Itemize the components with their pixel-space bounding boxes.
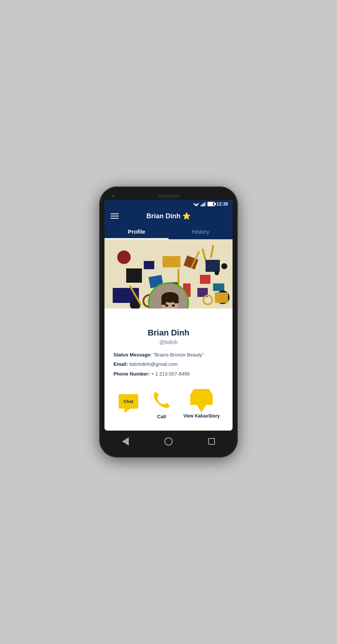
phone-device: 12:30 Brian Dinh ⭐ Profile History bbox=[99, 186, 238, 458]
svg-text:Chat: Chat bbox=[124, 399, 133, 404]
svg-point-41 bbox=[165, 304, 168, 307]
battery-icon bbox=[207, 202, 215, 206]
svg-rect-9 bbox=[126, 268, 142, 283]
status-value: "Brains Bronze Beauty" bbox=[153, 352, 204, 358]
phone-screen: 12:30 Brian Dinh ⭐ Profile History bbox=[104, 200, 233, 431]
app-bar: Brian Dinh ⭐ bbox=[104, 208, 233, 224]
profile-name: Brian Dinh bbox=[104, 328, 233, 338]
nav-bar bbox=[104, 432, 233, 451]
email-label: Email: bbox=[113, 361, 128, 367]
email-row: Email: bdinhdinh@gmail.com bbox=[113, 361, 224, 368]
tab-bar: Profile History bbox=[104, 224, 233, 239]
front-camera bbox=[112, 195, 115, 198]
kakaostory-label: View KakaoStory bbox=[183, 413, 220, 419]
svg-rect-16 bbox=[163, 256, 180, 267]
svg-rect-23 bbox=[206, 260, 220, 272]
svg-point-8 bbox=[117, 250, 131, 264]
email-value: bdinhdinh@gmail.com bbox=[130, 361, 178, 367]
signal-icon bbox=[201, 202, 206, 206]
svg-rect-15 bbox=[144, 261, 154, 269]
status-time: 12:30 bbox=[216, 201, 228, 207]
tab-history[interactable]: History bbox=[168, 224, 233, 239]
app-bar-name: Brian Dinh bbox=[146, 212, 180, 220]
profile-content: Brian Dinh @bdinh Status Message: "Brain… bbox=[104, 309, 233, 431]
svg-point-42 bbox=[172, 304, 175, 307]
chat-button[interactable]: Chat bbox=[117, 393, 140, 415]
svg-point-24 bbox=[221, 263, 227, 269]
status-label: Status Message: bbox=[113, 352, 152, 358]
kakaostory-button[interactable]: View KakaoStory bbox=[183, 389, 220, 419]
call-icon bbox=[150, 389, 173, 412]
svg-rect-31 bbox=[215, 292, 228, 303]
app-bar-title: Brian Dinh ⭐ bbox=[123, 212, 214, 220]
call-label: Call bbox=[157, 414, 166, 419]
svg-rect-3 bbox=[201, 205, 202, 206]
phone-speaker bbox=[157, 195, 180, 198]
nav-recent-button[interactable] bbox=[208, 438, 215, 445]
phone-value: + 1 213-557-8499 bbox=[151, 371, 189, 377]
svg-point-25 bbox=[215, 271, 219, 275]
nav-home-button[interactable] bbox=[164, 437, 173, 446]
phone-notch bbox=[104, 193, 233, 200]
svg-rect-5 bbox=[204, 203, 205, 206]
status-icons: 12:30 bbox=[193, 201, 228, 207]
phone-label: Phone Number: bbox=[113, 371, 150, 377]
svg-rect-6 bbox=[205, 202, 206, 206]
action-buttons: Chat Call bbox=[104, 385, 233, 423]
profile-username: @bdinh bbox=[104, 339, 233, 345]
nav-back-button[interactable] bbox=[122, 437, 129, 446]
kakaostory-icon bbox=[190, 387, 213, 413]
svg-rect-26 bbox=[200, 275, 210, 284]
chat-bubble-icon: Chat bbox=[117, 392, 140, 416]
svg-rect-4 bbox=[202, 204, 203, 206]
wifi-icon bbox=[193, 202, 199, 206]
phone-row: Phone Number: + 1 213-557-8499 bbox=[113, 370, 224, 378]
profile-info: Status Message: "Brains Bronze Beauty" E… bbox=[104, 351, 233, 378]
status-bar: 12:30 bbox=[104, 200, 233, 208]
hamburger-menu-button[interactable] bbox=[110, 213, 119, 219]
cover-image-area bbox=[104, 239, 233, 309]
status-message-row: Status Message: "Brains Bronze Beauty" bbox=[113, 351, 224, 359]
call-button[interactable]: Call bbox=[150, 389, 173, 419]
tab-profile[interactable]: Profile bbox=[104, 224, 168, 239]
svg-rect-27 bbox=[213, 283, 224, 291]
svg-rect-39 bbox=[161, 297, 166, 305]
star-icon: ⭐ bbox=[182, 212, 191, 220]
svg-rect-40 bbox=[174, 297, 179, 303]
